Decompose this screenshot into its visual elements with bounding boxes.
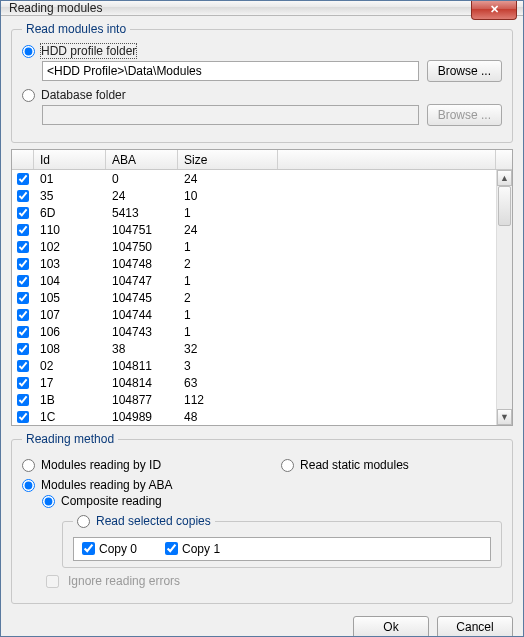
close-button[interactable]: ✕: [471, 0, 517, 20]
cell-size: 1: [178, 325, 278, 339]
radio-read-selected[interactable]: [77, 515, 90, 528]
table-row[interactable]: 1061047431: [12, 323, 512, 340]
table-row[interactable]: 11010475124: [12, 221, 512, 238]
read-into-group: Read modules into HDD profile folder Bro…: [11, 22, 513, 143]
table-row[interactable]: 1071047441: [12, 306, 512, 323]
scroll-down-icon[interactable]: ▼: [497, 409, 512, 425]
radio-static[interactable]: [281, 459, 294, 472]
cell-size: 24: [178, 172, 278, 186]
reading-method-legend: Reading method: [22, 432, 118, 446]
cell-size: 112: [178, 393, 278, 407]
table-row[interactable]: 1C10498948: [12, 408, 512, 425]
title-bar: Reading modules ✕: [1, 1, 523, 16]
table-row[interactable]: 1021047501: [12, 238, 512, 255]
row-checkbox[interactable]: [17, 360, 29, 372]
ok-button[interactable]: Ok: [353, 616, 429, 638]
col-size[interactable]: Size: [178, 150, 278, 169]
cell-id: 35: [34, 189, 106, 203]
cell-aba: 104747: [106, 274, 178, 288]
cell-aba: 104750: [106, 240, 178, 254]
cell-id: 104: [34, 274, 106, 288]
cell-id: 106: [34, 325, 106, 339]
cell-aba: 24: [106, 189, 178, 203]
cell-size: 1: [178, 274, 278, 288]
cell-id: 108: [34, 342, 106, 356]
cell-id: 102: [34, 240, 106, 254]
radio-hdd-profile-label: HDD profile folder: [41, 44, 136, 58]
database-path-input: [42, 105, 419, 125]
cell-size: 1: [178, 308, 278, 322]
row-checkbox[interactable]: [17, 258, 29, 270]
col-id[interactable]: Id: [34, 150, 106, 169]
row-checkbox[interactable]: [17, 343, 29, 355]
cell-aba: 0: [106, 172, 178, 186]
check-copy1[interactable]: [165, 542, 178, 555]
col-aba[interactable]: ABA: [106, 150, 178, 169]
cell-aba: 104743: [106, 325, 178, 339]
table-row[interactable]: 1710481463: [12, 374, 512, 391]
cell-size: 2: [178, 257, 278, 271]
cell-aba: 5413: [106, 206, 178, 220]
cell-aba: 104989: [106, 410, 178, 424]
cell-aba: 104811: [106, 359, 178, 373]
cell-id: 110: [34, 223, 106, 237]
radio-by-id[interactable]: [22, 459, 35, 472]
col-check[interactable]: [12, 150, 34, 169]
radio-static-label: Read static modules: [300, 458, 409, 472]
row-checkbox[interactable]: [17, 411, 29, 423]
close-icon: ✕: [490, 3, 499, 16]
cell-id: 01: [34, 172, 106, 186]
radio-hdd-profile[interactable]: [22, 45, 35, 58]
cell-id: 1C: [34, 410, 106, 424]
radio-by-aba[interactable]: [22, 479, 35, 492]
cell-size: 10: [178, 189, 278, 203]
scroll-up-icon[interactable]: ▲: [497, 170, 512, 186]
table-row[interactable]: 6D54131: [12, 204, 512, 221]
table-row[interactable]: 352410: [12, 187, 512, 204]
col-spacer: [278, 150, 496, 169]
table-row[interactable]: 1041047471: [12, 272, 512, 289]
check-ignore-errors-label: Ignore reading errors: [68, 574, 180, 588]
list-header: Id ABA Size: [12, 150, 512, 170]
row-checkbox[interactable]: [17, 309, 29, 321]
row-checkbox[interactable]: [17, 394, 29, 406]
table-row[interactable]: 021048113: [12, 357, 512, 374]
reading-method-group: Reading method Modules reading by ID Rea…: [11, 432, 513, 604]
row-checkbox[interactable]: [17, 292, 29, 304]
row-checkbox[interactable]: [17, 207, 29, 219]
row-checkbox[interactable]: [17, 224, 29, 236]
row-checkbox[interactable]: [17, 173, 29, 185]
scroll-thumb[interactable]: [498, 186, 511, 226]
cancel-button[interactable]: Cancel: [437, 616, 513, 638]
table-row[interactable]: 1051047452: [12, 289, 512, 306]
window-title: Reading modules: [9, 1, 102, 15]
cell-aba: 104745: [106, 291, 178, 305]
row-checkbox[interactable]: [17, 275, 29, 287]
table-row[interactable]: 01024: [12, 170, 512, 187]
modules-list[interactable]: Id ABA Size 010243524106D541311101047512…: [11, 149, 513, 426]
cell-size: 1: [178, 240, 278, 254]
cell-id: 1B: [34, 393, 106, 407]
cell-aba: 104814: [106, 376, 178, 390]
row-checkbox[interactable]: [17, 241, 29, 253]
radio-by-aba-label: Modules reading by ABA: [41, 478, 172, 492]
table-row[interactable]: 1031047482: [12, 255, 512, 272]
row-checkbox[interactable]: [17, 190, 29, 202]
footer: Ok Cancel: [11, 610, 513, 638]
browse-profile-button[interactable]: Browse ...: [427, 60, 502, 82]
radio-database-label: Database folder: [41, 88, 126, 102]
radio-composite[interactable]: [42, 495, 55, 508]
scrollbar[interactable]: ▲ ▼: [496, 170, 512, 425]
table-row[interactable]: 1083832: [12, 340, 512, 357]
cell-aba: 104751: [106, 223, 178, 237]
cell-aba: 104877: [106, 393, 178, 407]
row-checkbox[interactable]: [17, 377, 29, 389]
read-into-legend: Read modules into: [22, 22, 130, 36]
radio-database[interactable]: [22, 89, 35, 102]
row-checkbox[interactable]: [17, 326, 29, 338]
table-row[interactable]: 1B104877112: [12, 391, 512, 408]
hdd-profile-path-input[interactable]: [42, 61, 419, 81]
check-copy0-label: Copy 0: [99, 542, 137, 556]
cell-size: 48: [178, 410, 278, 424]
check-copy0[interactable]: [82, 542, 95, 555]
